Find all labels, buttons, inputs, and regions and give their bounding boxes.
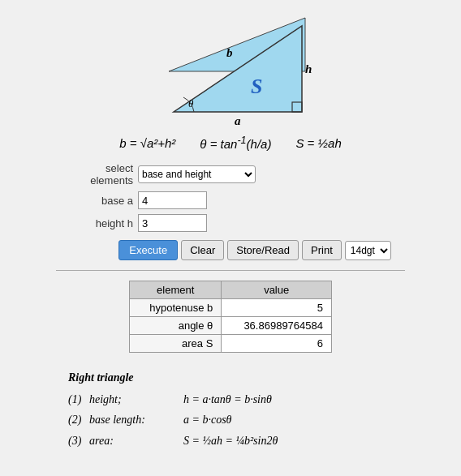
height-input[interactable] (138, 214, 207, 232)
formula-S: S = ½ah (295, 136, 341, 150)
diagram-container: b h a θ S (0, 8, 461, 130)
formula-row: b = √a²+h² θ = tan-1(h/a) S = ½ah (119, 135, 342, 151)
select-label: select elements (60, 162, 133, 187)
storeread-button[interactable]: Store/Read (227, 240, 299, 260)
row1-element: hypotenuse b (130, 299, 222, 317)
desc-label-1: height; (89, 389, 179, 410)
desc-formula-2: a = b·cosθ (183, 410, 232, 430)
col-value: value (222, 281, 332, 299)
table-row: area S 6 (130, 335, 332, 353)
results-table: element value hypotenuse b 5 angle θ 36.… (129, 281, 332, 353)
height-row: height h (60, 214, 401, 232)
print-button[interactable]: Print (302, 240, 342, 260)
desc-label-2: base length: (89, 410, 179, 430)
triangle-diagram: b h a θ S (149, 8, 312, 130)
select-elements[interactable]: base and height base and angle hypotenus… (138, 165, 256, 183)
clear-button[interactable]: Clear (181, 240, 224, 260)
desc-num-2: (2) (68, 410, 84, 430)
label-a: a (235, 114, 241, 127)
table-row: angle θ 36.86989764584 (130, 317, 332, 335)
desc-formula-3: S = ½ah = ¼b²sin2θ (183, 431, 278, 451)
separator (56, 270, 405, 271)
select-row: select elements base and height base and… (60, 162, 401, 187)
controls-section: select elements base and height base and… (60, 162, 401, 232)
formula-b: b = √a²+h² (119, 136, 175, 150)
desc-num-3: (3) (68, 431, 84, 451)
desc-item-2: (2) base length: a = b·cosθ (68, 410, 393, 430)
label-S: S (251, 75, 262, 98)
formula-theta: θ = tan-1(h/a) (200, 135, 271, 151)
label-b: b (226, 46, 233, 59)
row3-value: 6 (222, 335, 332, 353)
row3-element: area S (130, 335, 222, 353)
base-input[interactable] (138, 191, 207, 209)
height-label: height h (60, 217, 133, 229)
base-label: base a (60, 195, 133, 207)
dgt-select[interactable]: 14dgt (345, 241, 391, 260)
execute-button[interactable]: Execute (118, 240, 178, 260)
row2-element: angle θ (130, 317, 222, 335)
desc-label-3: area: (89, 431, 179, 451)
desc-formula-1: h = a·tanθ = b·sinθ (183, 389, 272, 410)
desc-num-1: (1) (68, 389, 84, 410)
base-row: base a (60, 191, 401, 209)
desc-item-3: (3) area: S = ½ah = ¼b²sin2θ (68, 431, 393, 451)
row2-value: 36.86989764584 (222, 317, 332, 335)
table-row: hypotenuse b 5 (130, 299, 332, 317)
description-section: Right triangle (1) height; h = a·tanθ = … (68, 367, 393, 451)
desc-item-1: (1) height; h = a·tanθ = b·sinθ (68, 389, 393, 410)
label-h: h (305, 62, 312, 75)
col-element: element (130, 281, 222, 299)
desc-title: Right triangle (68, 367, 393, 388)
buttons-row: Execute Clear Store/Read Print 14dgt (70, 240, 391, 260)
row1-value: 5 (222, 299, 332, 317)
